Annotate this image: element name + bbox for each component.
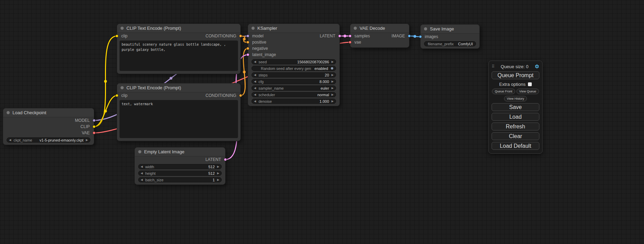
clip-input-port[interactable] [115, 35, 118, 38]
node-clip-text-encode-positive[interactable]: CLIP Text Encode (Prompt) clip CONDITION… [117, 24, 241, 74]
sampler-name-widget[interactable]: ◀ sampler_name euler ▶ [252, 85, 336, 91]
node-title-bar[interactable]: VAE Decode [350, 24, 409, 33]
node-title: Load Checkpoint [12, 110, 46, 115]
decrement-arrow-icon[interactable]: ◀ [254, 100, 256, 103]
settings-gear-icon[interactable] [535, 64, 539, 69]
node-load-checkpoint[interactable]: Load Checkpoint MODEL CLIP VAE ◀ ckpt_na… [3, 108, 94, 145]
positive-prompt-textarea[interactable]: beautiful scenery nature glass bottle la… [120, 40, 238, 71]
conditioning-output-port[interactable] [239, 94, 242, 97]
next-value-arrow-icon[interactable]: ▶ [86, 139, 88, 142]
cfg-widget[interactable]: ◀ cfg 8.000 ▶ [252, 79, 336, 84]
save-button[interactable]: Save [492, 103, 539, 111]
decrement-arrow-icon[interactable]: ◀ [141, 172, 143, 175]
clip-input-port[interactable] [115, 94, 118, 97]
decrement-arrow-icon[interactable]: ◀ [141, 179, 143, 181]
random-seed-toggle-widget[interactable]: Random seed after every gen enabled [252, 66, 336, 71]
image-output-port[interactable] [408, 35, 411, 38]
prev-value-arrow-icon[interactable]: ◀ [254, 87, 256, 90]
width-widget[interactable]: ◀ width 512 ▶ [138, 164, 222, 169]
node-save-image[interactable]: Save Image images filename_prefix ComfyU… [420, 24, 480, 49]
clear-button[interactable]: Clear [492, 132, 539, 140]
increment-arrow-icon[interactable]: ▶ [332, 80, 334, 83]
model-output-port[interactable] [92, 119, 96, 122]
latent-output-port[interactable] [224, 158, 227, 161]
collapse-dot[interactable] [424, 27, 427, 30]
vae-input-port[interactable] [349, 41, 352, 44]
queue-front-button[interactable]: Queue Front [492, 89, 515, 94]
steps-widget[interactable]: ◀ steps 20 ▶ [252, 72, 336, 78]
node-vae-decode[interactable]: VAE Decode samples IMAGE vae [350, 24, 409, 48]
filename-prefix-widget[interactable]: filename_prefix ComfyUI [424, 41, 476, 46]
widget-value: 156680208700286 [297, 60, 329, 64]
load-default-button[interactable]: Load Default [492, 142, 539, 150]
node-title-bar[interactable]: KSampler [248, 24, 339, 33]
decrement-arrow-icon[interactable]: ◀ [254, 61, 256, 63]
collapse-dot[interactable] [121, 27, 124, 30]
samples-input-port[interactable] [349, 35, 352, 38]
decrement-arrow-icon[interactable]: ◀ [254, 74, 256, 76]
ckpt-name-widget[interactable]: ◀ ckpt_name v1-5-pruned-emaonly.ckpt ▶ [7, 137, 90, 143]
batch-size-widget[interactable]: ◀ batch_size 1 ▶ [138, 177, 222, 182]
clip-output-port[interactable] [92, 125, 96, 128]
latent-image-input-port[interactable] [246, 53, 249, 56]
positive-input-port[interactable] [246, 41, 249, 44]
graph-canvas[interactable]: Load Checkpoint MODEL CLIP VAE ◀ ckpt_na… [0, 0, 644, 244]
collapse-dot[interactable] [252, 27, 255, 30]
seed-widget[interactable]: ◀ seed 156680208700286 ▶ [252, 59, 336, 64]
slot-row: clip CONDITIONING [117, 92, 240, 99]
node-title-bar[interactable]: Save Image [421, 25, 479, 34]
decrement-arrow-icon[interactable]: ◀ [254, 80, 256, 83]
images-input-port[interactable] [419, 35, 422, 38]
view-queue-button[interactable]: View Queue [517, 89, 539, 94]
view-history-button[interactable]: View History [504, 96, 527, 101]
scheduler-widget[interactable]: ◀ scheduler normal ▶ [252, 92, 336, 97]
node-title-bar[interactable]: Load Checkpoint [3, 108, 94, 117]
prev-value-arrow-icon[interactable]: ◀ [254, 93, 256, 96]
node-title-bar[interactable]: Empty Latent Image [135, 147, 225, 156]
slot-row: MODEL [3, 117, 94, 124]
next-value-arrow-icon[interactable]: ▶ [332, 93, 334, 96]
widget-value: 1.000 [319, 99, 329, 103]
refresh-button[interactable]: Refresh [492, 123, 539, 130]
slot-row: vae [350, 39, 409, 45]
increment-arrow-icon[interactable]: ▶ [332, 61, 334, 63]
node-title: Save Image [430, 26, 454, 31]
increment-arrow-icon[interactable]: ▶ [217, 172, 219, 175]
prev-value-arrow-icon[interactable]: ◀ [9, 139, 11, 142]
collapse-dot[interactable] [138, 150, 141, 153]
negative-input-port[interactable] [246, 47, 249, 50]
height-widget[interactable]: ◀ height 512 ▶ [138, 171, 222, 176]
node-empty-latent-image[interactable]: Empty Latent Image LATENT ◀ width 512 ▶ … [134, 147, 226, 185]
denoise-widget[interactable]: ◀ denoise 1.000 ▶ [252, 99, 336, 104]
next-value-arrow-icon[interactable]: ▶ [332, 87, 334, 90]
increment-arrow-icon[interactable]: ▶ [217, 179, 219, 181]
node-ksampler[interactable]: KSampler model LATENT positive negative … [248, 24, 340, 106]
slot-row: model LATENT [248, 33, 339, 39]
widget-value: 512 [208, 165, 214, 169]
increment-arrow-icon[interactable]: ▶ [332, 100, 334, 103]
widget-name: Random seed after every gen [257, 66, 315, 71]
latent-output-port[interactable] [338, 35, 341, 38]
extra-options-checkbox[interactable] [528, 82, 532, 86]
node-clip-text-encode-negative[interactable]: CLIP Text Encode (Prompt) clip CONDITION… [117, 83, 241, 141]
collapse-dot[interactable] [7, 111, 10, 114]
collapse-dot[interactable] [121, 86, 124, 89]
node-title-bar[interactable]: CLIP Text Encode (Prompt) [117, 24, 240, 33]
decrement-arrow-icon[interactable]: ◀ [141, 165, 143, 168]
slot-row: latent_image [248, 52, 339, 58]
widget-name: scheduler [258, 93, 275, 97]
positive-input-label: positive [252, 40, 266, 45]
widget-name: seed [258, 60, 267, 64]
collapse-dot[interactable] [354, 27, 357, 30]
model-input-port[interactable] [246, 35, 249, 38]
conditioning-output-port[interactable] [239, 35, 242, 38]
queue-prompt-button[interactable]: Queue Prompt [492, 71, 539, 79]
drag-handle-icon[interactable]: ⠿ [492, 64, 495, 69]
negative-prompt-textarea[interactable]: text, watermark [120, 100, 238, 138]
node-title-bar[interactable]: CLIP Text Encode (Prompt) [117, 83, 240, 92]
toggle-knob[interactable] [330, 67, 334, 70]
vae-output-port[interactable] [92, 132, 96, 135]
load-button[interactable]: Load [492, 113, 539, 121]
increment-arrow-icon[interactable]: ▶ [332, 74, 334, 76]
increment-arrow-icon[interactable]: ▶ [217, 165, 219, 168]
